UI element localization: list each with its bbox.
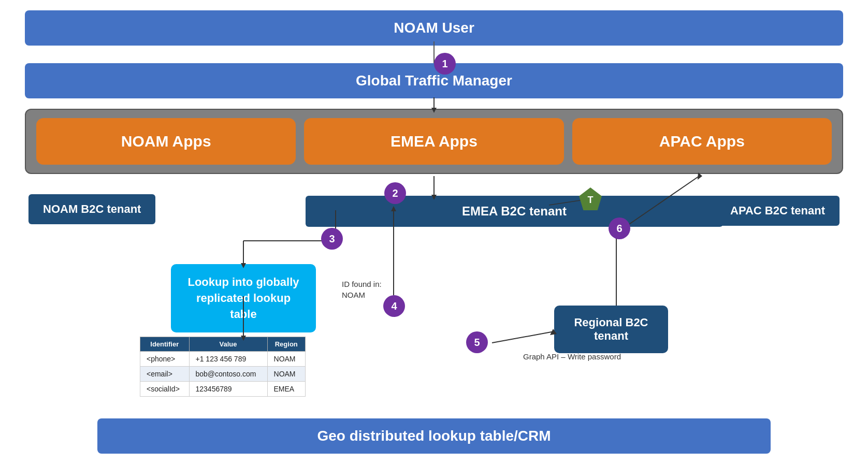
geo-bar: Geo distributed lookup table/CRM <box>97 418 771 454</box>
lookup-label: Lookup into globallyreplicated lookup ta… <box>187 276 299 321</box>
table-cell: NOAM <box>267 367 305 382</box>
step-6-circle: 6 <box>609 218 630 239</box>
step-5-circle: 5 <box>466 331 488 353</box>
graph-api-label: Graph API – Write password <box>523 352 621 361</box>
col-value: Value <box>189 337 267 352</box>
apps-row: NOAM Apps EMEA Apps APAC Apps <box>25 109 843 174</box>
emea-apps-box: EMEA Apps <box>304 118 563 165</box>
col-region: Region <box>267 337 305 352</box>
apac-b2c-tenant: APAC B2C tenant <box>716 196 840 226</box>
apac-apps-box: APAC Apps <box>572 118 832 165</box>
table-cell: <phone> <box>140 352 190 367</box>
step-2-circle: 2 <box>384 182 406 204</box>
step-4-circle: 4 <box>383 295 405 317</box>
table-cell: NOAM <box>267 352 305 367</box>
gtm-bar: Global Traffic Manager <box>25 63 843 98</box>
pentagon-t-marker: T <box>579 187 602 210</box>
regional-b2c-tenant: Regional B2Ctenant <box>554 306 668 353</box>
noam-user-bar: NOAM User <box>25 10 843 46</box>
noam-apps-box: NOAM Apps <box>36 118 296 165</box>
col-identifier: Identifier <box>140 337 190 352</box>
step-3-circle: 3 <box>321 228 343 250</box>
table-cell: <email> <box>140 367 190 382</box>
table-cell: <socialId> <box>140 382 190 397</box>
noam-b2c-tenant: NOAM B2C tenant <box>28 194 155 224</box>
table-cell: EMEA <box>267 382 305 397</box>
noam-user-label: NOAM User <box>394 20 474 36</box>
table-cell: 123456789 <box>189 382 267 397</box>
table-cell: bob@contoso.com <box>189 367 267 382</box>
step-1-circle: 1 <box>434 53 456 75</box>
gtm-label: Global Traffic Manager <box>356 72 512 89</box>
id-found-label: ID found in:NOAM <box>342 279 382 300</box>
table-cell: +1 123 456 789 <box>189 352 267 367</box>
lookup-table: Identifier Value Region <phone>+1 123 45… <box>140 337 306 397</box>
lookup-box: Lookup into globallyreplicated lookup ta… <box>171 264 316 332</box>
emea-b2c-tenant: EMEA B2C tenant <box>306 196 723 227</box>
svg-line-13 <box>492 331 554 343</box>
